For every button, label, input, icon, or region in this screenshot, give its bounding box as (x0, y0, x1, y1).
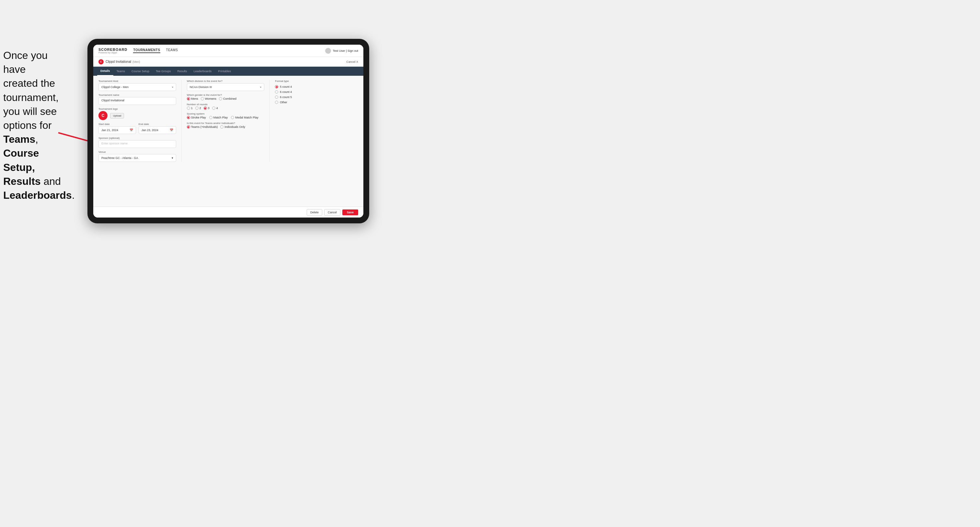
tournament-logo-label: Tournament logo (99, 108, 176, 110)
nav-links: TOURNAMENTS TEAMS (133, 48, 178, 53)
scoring-medal-match-play[interactable]: Medal Match Play (231, 116, 258, 119)
tournament-host-field: Tournament Host Clippd College - Men ▾ (99, 79, 176, 91)
sponsor-label: Sponsor (optional) (99, 137, 176, 140)
instruction-line4: you will see (3, 106, 57, 117)
instruction-line2: created the (3, 77, 55, 89)
gender-combined[interactable]: Combined (219, 97, 236, 100)
format-6count4[interactable]: 6 count 4 (275, 90, 358, 94)
calendar-icon: 📅 (130, 129, 133, 132)
instruction-line5: options for (3, 119, 51, 131)
event-type-teams-label: Teams (+Individuals) (191, 125, 218, 129)
event-type-individuals-radio[interactable] (220, 125, 223, 129)
division-input[interactable]: NCAA Division III ▾ (187, 83, 265, 91)
event-type-label: Is this event for Teams and/or Individua… (187, 122, 265, 125)
upload-button[interactable]: Upload (110, 113, 124, 119)
tab-course-setup[interactable]: Course Setup (128, 67, 153, 76)
end-date-label: End date (138, 123, 176, 125)
format-5count4[interactable]: 5 count 4 (275, 85, 358, 88)
scoring-label: Scoring system (187, 112, 265, 115)
format-6count5-radio[interactable] (275, 95, 278, 99)
division-arrow-icon: ▾ (260, 86, 261, 89)
cancel-tournament-btn[interactable]: Cancel X (346, 60, 358, 63)
instruction-line1: Once you have (3, 49, 48, 75)
bottom-bar: Delete Cancel Save (93, 206, 363, 217)
rounds-3-radio[interactable] (204, 106, 207, 110)
rounds-3-label: 3 (208, 106, 210, 110)
tab-leaderboards[interactable]: Leaderboards (191, 67, 215, 76)
rounds-4[interactable]: 4 (212, 106, 218, 110)
save-button[interactable]: Save (342, 210, 358, 215)
tournament-title: Clippd Invitational (106, 60, 131, 63)
gender-womens-label: Womens (205, 97, 216, 100)
format-other[interactable]: Other (275, 101, 358, 104)
gender-radio-group: Mens Womens Combined (187, 97, 265, 100)
end-date-input[interactable]: Jan 23, 2024 📅 (138, 126, 176, 134)
instruction-line3: tournament, (3, 92, 59, 103)
nav-tournaments[interactable]: TOURNAMENTS (133, 48, 160, 53)
tab-bar: Details Teams Course Setup Tee Groups Re… (93, 67, 363, 76)
delete-button[interactable]: Delete (307, 209, 322, 216)
logo-circle: C (99, 111, 108, 120)
tab-details[interactable]: Details (97, 67, 113, 76)
tab-printables[interactable]: Printables (215, 67, 234, 76)
event-type-teams[interactable]: Teams (+Individuals) (187, 125, 218, 129)
top-nav: SCOREBOARD Powered by clippd TOURNAMENTS… (93, 44, 363, 57)
gender-combined-radio[interactable] (219, 97, 222, 100)
gender-mens-radio[interactable] (187, 97, 190, 100)
gender-womens[interactable]: Womens (201, 97, 216, 100)
gender-mens-label: Mens (191, 97, 198, 100)
event-type-teams-radio[interactable] (187, 125, 190, 129)
scoring-stroke-play-radio[interactable] (187, 116, 190, 119)
top-nav-right: Test User | Sign out (325, 48, 358, 54)
tab-tee-groups[interactable]: Tee Groups (153, 67, 174, 76)
gender-womens-radio[interactable] (201, 97, 204, 100)
scoring-match-play[interactable]: Match Play (209, 116, 228, 119)
rounds-1[interactable]: 1 (187, 106, 193, 110)
format-6count5[interactable]: 6 count 5 (275, 95, 358, 99)
date-fields-grid: Start date Jan 21, 2024 📅 End date Jan 2… (99, 123, 176, 134)
format-5count4-label: 5 count 4 (280, 85, 292, 88)
format-5count4-radio[interactable] (275, 85, 278, 88)
tournament-header: C Clippd Invitational (Men) Cancel X (93, 57, 363, 67)
scoring-medal-match-play-radio[interactable] (231, 116, 234, 119)
sponsor-field: Sponsor (optional) Enter sponsor name (99, 137, 176, 148)
instruction-teams: Teams (3, 133, 35, 145)
venue-input[interactable]: Peachtree GC - Atlanta - GA ▾ (99, 154, 176, 162)
rounds-4-radio[interactable] (212, 106, 215, 110)
user-text[interactable]: Test User | Sign out (333, 49, 358, 52)
tab-teams[interactable]: Teams (113, 67, 129, 76)
left-column: Tournament Host Clippd College - Men ▾ T… (99, 79, 182, 162)
tournament-name-field: Tournament name Clippd Invitational (99, 94, 176, 105)
instruction-panel: Once you have created the tournament, yo… (0, 49, 75, 202)
right-column: Format type 5 count 4 6 count 4 6 count … (275, 79, 358, 162)
venue-label: Venue (99, 151, 176, 154)
cancel-button[interactable]: Cancel (324, 209, 340, 216)
start-date-input[interactable]: Jan 21, 2024 📅 (99, 126, 136, 134)
rounds-1-radio[interactable] (187, 106, 190, 110)
rounds-2-radio[interactable] (195, 106, 199, 110)
tournament-name-input[interactable]: Clippd Invitational (99, 97, 176, 105)
tournament-host-input[interactable]: Clippd College - Men ▾ (99, 83, 176, 91)
event-type-individuals[interactable]: Individuals Only (220, 125, 245, 129)
format-label: Format type (275, 79, 358, 83)
format-6count4-radio[interactable] (275, 90, 278, 94)
event-type-individuals-label: Individuals Only (224, 125, 245, 129)
sponsor-input[interactable]: Enter sponsor name (99, 140, 176, 148)
instruction-results: Results (3, 175, 41, 187)
rounds-radio-group: 1 2 3 4 (187, 106, 265, 110)
rounds-3[interactable]: 3 (204, 106, 210, 110)
main-content: Tournament Host Clippd College - Men ▾ T… (93, 76, 363, 206)
logo-sub: Powered by clippd (99, 51, 127, 54)
venue-field: Venue Peachtree GC - Atlanta - GA ▾ (99, 151, 176, 162)
rounds-2[interactable]: 2 (195, 106, 201, 110)
format-other-radio[interactable] (275, 101, 278, 104)
scoring-match-play-radio[interactable] (209, 116, 212, 119)
nav-teams[interactable]: TEAMS (166, 48, 178, 53)
format-other-label: Other (280, 101, 287, 104)
rounds-label: Number of rounds (187, 103, 265, 106)
tab-results[interactable]: Results (174, 67, 191, 76)
dropdown-arrow-icon: ▾ (172, 86, 173, 89)
gender-mens[interactable]: Mens (187, 97, 198, 100)
scoring-stroke-play[interactable]: Stroke Play (187, 116, 206, 119)
tournament-host-label: Tournament Host (99, 79, 176, 83)
